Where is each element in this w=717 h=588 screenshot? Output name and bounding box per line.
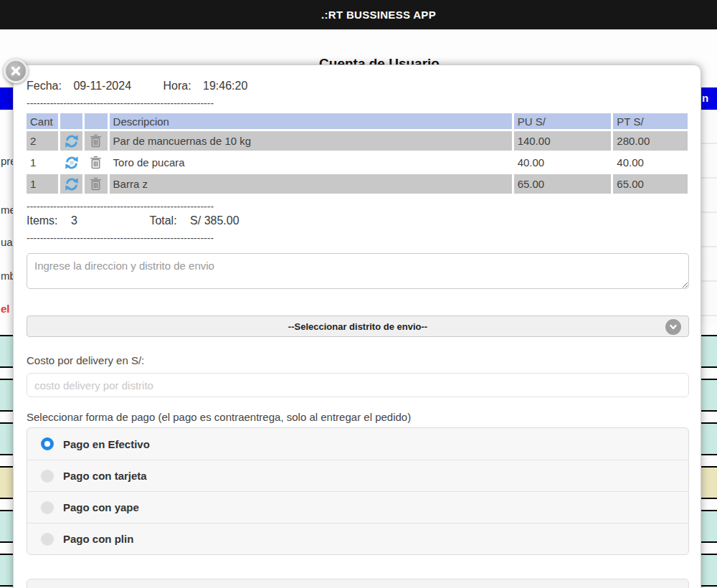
cart-col-header-1 <box>60 113 82 129</box>
payment-option[interactable]: Pago con tarjeta <box>27 460 688 491</box>
cart-col-header-4: PU S/ <box>514 113 612 129</box>
total-price-cell: 65.00 <box>613 174 688 194</box>
date-label: Fecha: <box>27 80 62 92</box>
unit-price-cell: 40.00 <box>514 153 612 172</box>
sync-icon[interactable] <box>60 153 82 172</box>
payment-options-list: Pago en EfectivoPago con tarjetaPago con… <box>27 427 689 555</box>
total-label: Total: <box>149 214 176 227</box>
description-cell: Toro de pucara <box>110 153 512 172</box>
time-value: 19:46:20 <box>203 80 247 92</box>
cart-row: 1Toro de pucara40.0040.00 <box>27 153 688 172</box>
payment-option[interactable]: Pago con plin <box>27 523 688 554</box>
sync-icon[interactable] <box>60 131 82 151</box>
cart-row: 2Par de mancuernas de 10 kg140.00280.00 <box>27 131 688 151</box>
qty-cell: 1 <box>27 174 58 194</box>
trash-icon[interactable] <box>85 131 107 151</box>
sync-icon[interactable] <box>60 174 82 194</box>
separator-line: ----------------------------------------… <box>27 233 688 243</box>
cart-col-header-0: Cant <box>27 113 58 129</box>
qty-cell: 2 <box>27 131 58 151</box>
address-input[interactable] <box>27 253 689 289</box>
items-label: Items: <box>27 214 58 227</box>
items-total-row: Items: 3 Total: S/ 385.00 <box>27 214 688 227</box>
radio-unselected-icon[interactable] <box>41 533 54 546</box>
cart-col-header-5: PT S/ <box>613 113 688 129</box>
qty-cell: 1 <box>27 153 58 172</box>
trash-icon[interactable] <box>85 153 107 172</box>
date-value: 09-11-2024 <box>73 80 131 92</box>
payment-option-label: Pago con yape <box>63 501 139 513</box>
cart-row: 1Barra z65.0065.00 <box>27 174 688 194</box>
payment-option-label: Pago con plin <box>63 533 133 545</box>
blue-button-text-fragment: n <box>702 92 708 104</box>
app-header: .:RT BUSSINESS APP <box>0 0 717 29</box>
description-cell: Par de mancuernas de 10 kg <box>110 131 512 151</box>
trash-icon[interactable] <box>85 174 107 194</box>
district-select-value: --Seleccionar distrito de envio-- <box>288 321 427 332</box>
total-price-cell: 280.00 <box>613 131 688 151</box>
time-label: Hora: <box>163 80 191 92</box>
total-price-cell: 40.00 <box>613 153 688 172</box>
payment-option[interactable]: Pago con yape <box>27 491 688 523</box>
payment-option-label: Pago en Efectivo <box>63 438 150 450</box>
payment-option[interactable]: Pago en Efectivo <box>27 428 688 460</box>
chevron-down-icon <box>665 319 681 335</box>
delivery-cost-label: Costo por delivery en S/: <box>27 354 688 366</box>
description-cell: Barra z <box>110 174 512 194</box>
items-count: 3 <box>71 214 77 227</box>
payment-option-label: Pago con tarjeta <box>63 470 147 482</box>
cart-col-header-2 <box>85 113 107 129</box>
date-time-row: Fecha: 09-11-2024 Hora: 19:46:20 <box>27 80 688 93</box>
district-select[interactable]: --Seleccionar distrito de envio-- <box>27 316 689 337</box>
unit-price-cell: 65.00 <box>514 174 612 194</box>
radio-selected-icon[interactable] <box>41 437 54 450</box>
submit-order-button[interactable]: Enviar pedido <box>27 579 689 588</box>
close-icon[interactable] <box>4 59 28 83</box>
cart-table-header-row: CantDescripcionPU S/PT S/ <box>27 113 688 129</box>
background-red-link-fragment: el <box>1 303 10 315</box>
app-title: .:RT BUSSINESS APP <box>0 0 717 29</box>
delivery-cost-input[interactable] <box>27 373 689 397</box>
cart-col-header-3: Descripcion <box>110 113 512 129</box>
total-value: S/ 385.00 <box>190 214 239 227</box>
cart-table: CantDescripcionPU S/PT S/ 2Par de mancue… <box>24 111 690 196</box>
separator-line: ----------------------------------------… <box>27 98 688 108</box>
payment-section-label: Seleccionar forma de pago (el pago es co… <box>27 411 688 423</box>
radio-unselected-icon[interactable] <box>41 501 54 514</box>
order-modal: Fecha: 09-11-2024 Hora: 19:46:20 -------… <box>13 65 701 588</box>
unit-price-cell: 140.00 <box>514 131 612 151</box>
separator-line: ----------------------------------------… <box>27 201 688 212</box>
radio-unselected-icon[interactable] <box>41 470 54 483</box>
